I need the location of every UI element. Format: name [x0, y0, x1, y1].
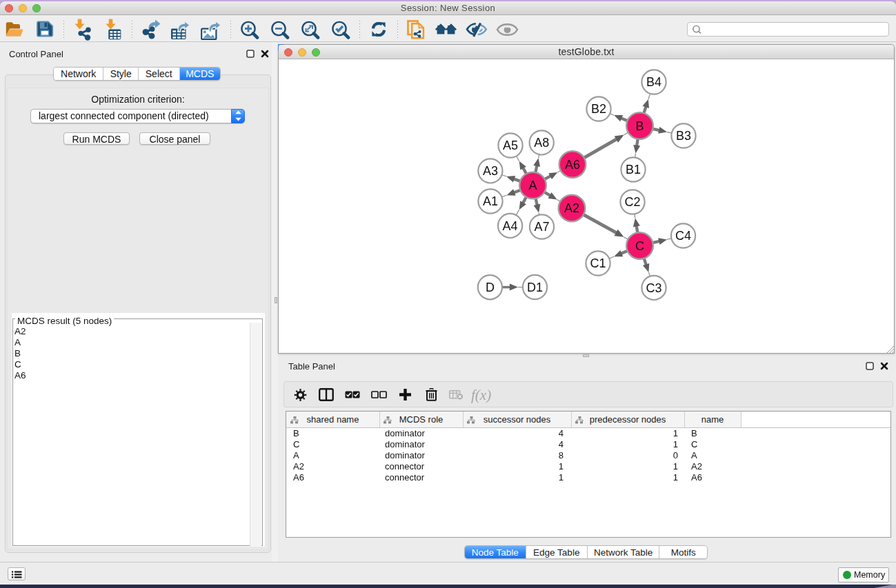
- svg-text:A7: A7: [534, 220, 549, 234]
- svg-text:D1: D1: [527, 281, 543, 294]
- svg-text:C2: C2: [624, 195, 640, 209]
- svg-text:A4: A4: [503, 219, 518, 233]
- svg-text:B3: B3: [676, 129, 691, 143]
- svg-text:A: A: [528, 179, 537, 192]
- svg-text:B4: B4: [646, 75, 661, 89]
- svg-text:A1: A1: [483, 194, 498, 208]
- svg-text:C4: C4: [675, 229, 691, 243]
- svg-text:D: D: [486, 281, 495, 294]
- svg-text:B2: B2: [591, 102, 606, 116]
- svg-text:A5: A5: [503, 139, 518, 152]
- svg-text:B: B: [635, 119, 644, 133]
- svg-text:C3: C3: [646, 281, 661, 295]
- svg-text:C1: C1: [590, 256, 606, 270]
- svg-text:C: C: [635, 239, 644, 253]
- svg-text:A6: A6: [565, 158, 580, 172]
- svg-text:A8: A8: [534, 136, 549, 150]
- svg-text:A3: A3: [483, 164, 498, 178]
- svg-text:A2: A2: [564, 201, 579, 215]
- svg-text:B1: B1: [626, 163, 641, 176]
